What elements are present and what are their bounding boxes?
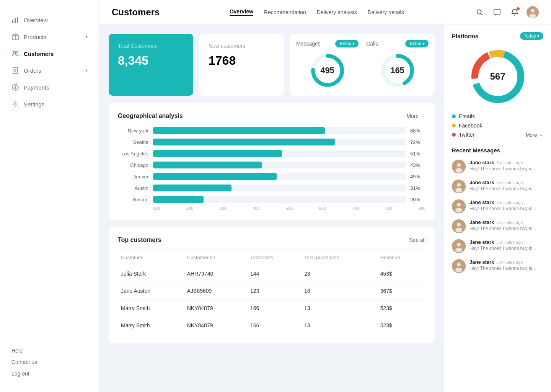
svg-point-32 bbox=[457, 223, 461, 227]
search-button[interactable] bbox=[474, 7, 485, 18]
message-item[interactable]: Jane stark 5 minutes ago Hey! The shoes … bbox=[452, 160, 543, 173]
messages-section-header: Recent Messages bbox=[452, 147, 543, 154]
page-title: Customers bbox=[112, 7, 160, 18]
user-avatar[interactable] bbox=[527, 6, 539, 18]
table-col-header: Total visits bbox=[247, 250, 301, 265]
logout-link[interactable]: Log out bbox=[11, 371, 88, 377]
svg-point-5 bbox=[16, 51, 18, 53]
calls-header: Calls Today ▾ bbox=[366, 40, 429, 47]
message-item[interactable]: Jane stark 5 minutes ago Hey! The shoes … bbox=[452, 199, 543, 213]
sidebar-item-products[interactable]: Products ▾ bbox=[0, 28, 99, 45]
table-cell: 13 bbox=[301, 317, 377, 334]
tab-overview[interactable]: Overview bbox=[230, 8, 253, 16]
table-cell: 23 bbox=[301, 265, 377, 283]
bar-pct: 68% bbox=[410, 128, 425, 134]
message-item[interactable]: Jane stark 5 minutes ago Hey! The shoes … bbox=[452, 259, 543, 273]
table-cell: Marry Smith bbox=[118, 317, 184, 334]
bar-fill bbox=[153, 173, 277, 180]
chat-button[interactable] bbox=[491, 7, 503, 18]
platforms-today-badge[interactable]: Today ▾ bbox=[520, 32, 543, 40]
table-cell: AHR79740 bbox=[184, 265, 247, 283]
table-cell: AJB85609 bbox=[184, 283, 247, 300]
bar-label: New york bbox=[118, 128, 148, 134]
topnav-links: Overview Recommendation Delivery analysi… bbox=[172, 8, 461, 16]
table-cell: 367$ bbox=[377, 283, 425, 300]
sidebar-item-customers[interactable]: Customers bbox=[0, 45, 99, 62]
svg-point-30 bbox=[455, 208, 462, 212]
axis-label: 900 bbox=[419, 206, 425, 211]
sidebar-item-overview[interactable]: Overview bbox=[0, 11, 99, 28]
bar-fill bbox=[153, 185, 231, 191]
table-row[interactable]: Jane AustenAJB8560912318367$ bbox=[118, 283, 425, 300]
message-time: 5 minutes ago bbox=[496, 220, 523, 225]
bar-label: Austin bbox=[118, 185, 148, 191]
sidebar-item-settings[interactable]: Settings bbox=[0, 96, 99, 113]
top-customers-title: Top customers bbox=[118, 237, 161, 243]
message-item[interactable]: Jane stark 5 minutes ago Hey! The shoes … bbox=[452, 219, 543, 233]
top-customers-card: Top customers See all CustomerCustomer I… bbox=[109, 227, 435, 343]
bar-container bbox=[153, 196, 406, 203]
bar-axis: 100200300400500600700800900 bbox=[118, 206, 425, 211]
table-cell: 13 bbox=[301, 300, 377, 317]
message-text: Hey! The shoes I wanna buy is... bbox=[469, 206, 543, 211]
content: Total Customers 8,345 New customers 1768… bbox=[99, 24, 551, 392]
platform-donut: 567 bbox=[452, 46, 543, 107]
box-icon bbox=[11, 33, 19, 41]
tab-recommendation[interactable]: Recommendation bbox=[264, 9, 306, 15]
table-row[interactable]: Julia StarkAHR7974014423453$ bbox=[118, 265, 425, 283]
platform-value: 567 bbox=[490, 71, 505, 82]
bar-label: Seattle bbox=[118, 139, 148, 145]
message-time: 5 minutes ago bbox=[496, 200, 523, 205]
message-text: Hey! The shoes I wanna buy is... bbox=[469, 226, 543, 231]
table-cell: 166 bbox=[247, 317, 301, 334]
total-customers-value: 8,345 bbox=[118, 54, 184, 68]
table-body: Julia StarkAHR7974014423453$Jane AustenA… bbox=[118, 265, 425, 334]
tab-delivery-analysis[interactable]: Delivery analysis bbox=[317, 9, 357, 15]
axis-label: 200 bbox=[186, 206, 193, 211]
messages-list: Jane stark 5 minutes ago Hey! The shoes … bbox=[452, 160, 543, 273]
calls-donut: 165 bbox=[378, 51, 417, 90]
calls-today-badge[interactable]: Today ▾ bbox=[405, 40, 429, 47]
message-avatar bbox=[452, 239, 466, 253]
svg-point-33 bbox=[455, 228, 462, 232]
bar-row: Seattle 72% bbox=[118, 139, 425, 145]
geo-more-link[interactable]: More → bbox=[406, 113, 425, 119]
messages-header: Messages Today ▾ bbox=[296, 40, 359, 47]
see-all-link[interactable]: See all bbox=[409, 237, 425, 243]
axis-label: 700 bbox=[352, 206, 359, 211]
sidebar: Overview Products ▾ Customers Orders ▾ bbox=[0, 0, 99, 392]
platforms-section: Platforms Today ▾ 567 bbox=[452, 32, 543, 138]
table-row[interactable]: Marry SmithNKY8487916613523$ bbox=[118, 300, 425, 317]
help-link[interactable]: Help bbox=[11, 348, 88, 354]
message-item[interactable]: Jane stark 5 minutes ago Hey! The shoes … bbox=[452, 180, 543, 193]
sidebar-item-payments[interactable]: Payments bbox=[0, 79, 99, 96]
axis-label: 500 bbox=[286, 206, 293, 211]
svg-point-27 bbox=[455, 188, 462, 193]
platforms-more-link[interactable]: More → bbox=[526, 132, 543, 138]
legend-item-facebook: Facebook bbox=[452, 122, 543, 129]
tab-delivery-details[interactable]: Delivery details bbox=[368, 9, 404, 15]
contact-link[interactable]: Contact us bbox=[11, 359, 88, 365]
table-row[interactable]: Marry SmithNKY8487916613523$ bbox=[118, 317, 425, 334]
notification-button[interactable] bbox=[509, 7, 520, 18]
bar-container bbox=[153, 139, 406, 145]
svg-point-8 bbox=[15, 103, 16, 105]
sidebar-item-overview-label: Overview bbox=[24, 17, 48, 23]
svg-point-24 bbox=[455, 168, 462, 173]
svg-point-36 bbox=[455, 248, 462, 252]
bar-pct: 20% bbox=[410, 197, 425, 203]
bar-container bbox=[153, 150, 406, 157]
calls-label: Calls bbox=[366, 41, 378, 47]
bar-fill bbox=[153, 162, 262, 168]
calls-value: 165 bbox=[390, 65, 404, 75]
notification-badge bbox=[517, 7, 520, 10]
customers-table: CustomerCustomer IDTotal visitsTotal pur… bbox=[118, 250, 425, 334]
messages-today-badge[interactable]: Today ▾ bbox=[335, 40, 359, 47]
svg-rect-1 bbox=[15, 18, 16, 23]
message-time: 5 minutes ago bbox=[496, 240, 523, 245]
messages-donut: 495 bbox=[308, 51, 347, 90]
message-header: Jane stark 5 minutes ago bbox=[469, 160, 543, 165]
sidebar-item-orders[interactable]: Orders ▾ bbox=[0, 62, 99, 79]
message-item[interactable]: Jane stark 5 minutes ago Hey! The shoes … bbox=[452, 239, 543, 253]
bar-container bbox=[153, 162, 406, 168]
